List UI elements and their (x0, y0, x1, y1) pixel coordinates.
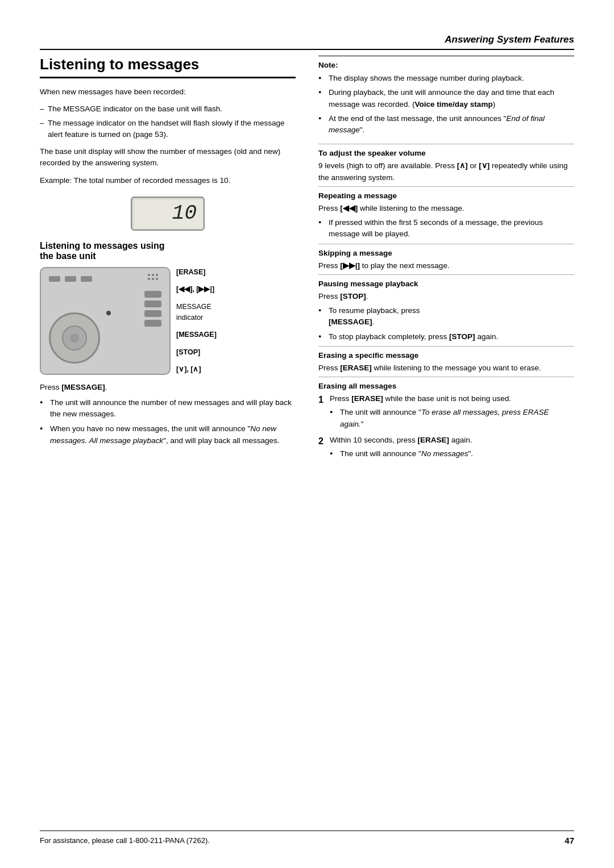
erase-all-step-1: 1 Press [ERASE] while the base unit is n… (318, 393, 574, 430)
page-header: Answering System Features (40, 34, 574, 50)
page: Answering System Features Listening to m… (0, 0, 614, 868)
label-message-indicator: MESSAGEindicator (176, 302, 217, 323)
skip-message-text: Press [▶▶|] to play the next message. (318, 260, 574, 272)
repeat-message-title: Repeating a message (318, 191, 574, 200)
bullet-item: The message indicator on the handset wil… (40, 118, 296, 141)
header-title: Answering System Features (445, 34, 574, 45)
note-label: Note: (318, 61, 574, 69)
left-column: Listening to messages When new messages … (40, 56, 296, 464)
pause-bullet-2: To stop playback completely, press [STOP… (318, 331, 574, 343)
label-stop: [STOP] (176, 347, 217, 358)
speaker-volume-text: 9 levels (high to off) are available. Pr… (318, 160, 574, 183)
erase-all-section: Erasing all messages 1 Press [ERASE] whi… (318, 377, 574, 460)
footer-text: For assistance, please call 1-800-211-PA… (40, 836, 210, 845)
display-example-text: Example: The total number of recorded me… (40, 175, 296, 186)
label-skip-repeat: [◀◀], [▶▶|] (176, 284, 217, 295)
skip-message-section: Skipping a message Press [▶▶|] to play t… (318, 244, 574, 272)
erase-all-step-2: 2 Within 10 seconds, press [ERASE] again… (318, 435, 574, 460)
display-number: 10 (172, 202, 197, 225)
note-item-2: During playback, the unit will announce … (318, 87, 574, 110)
note-item-3: At the end of the last message, the unit… (318, 113, 574, 136)
speaker-volume-section: To adjust the speaker volume 9 levels (h… (318, 144, 574, 183)
repeat-message-text: Press [◀◀] while listening to the messag… (318, 203, 574, 214)
repeat-message-section: Repeating a message Press [◀◀] while lis… (318, 186, 574, 240)
speaker-volume-title: To adjust the speaker volume (318, 149, 574, 157)
device-diagram-area: [ERASE] [◀◀], [▶▶|] MESSAGEindicator [ME… (40, 267, 296, 375)
diagram-labels: [ERASE] [◀◀], [▶▶|] MESSAGEindicator [ME… (176, 267, 217, 375)
repeat-message-list: If pressed within the first 5 seconds of… (318, 217, 574, 240)
bullet-item: The MESSAGE indicator on the base unit w… (40, 103, 296, 115)
erase-specific-title: Erasing a specific message (318, 351, 574, 360)
erase-specific-text: Press [ERASE] while listening to the mes… (318, 362, 574, 374)
section-title: Listening to messages (40, 56, 296, 78)
erase-specific-section: Erasing a specific message Press [ERASE]… (318, 346, 574, 374)
pause-playback-text: Press [STOP]. (318, 291, 574, 302)
label-erase: [ERASE] (176, 267, 217, 278)
repeat-message-bullet: If pressed within the first 5 seconds of… (318, 217, 574, 240)
right-column: Note: The display shows the message numb… (318, 56, 574, 464)
page-footer: For assistance, please call 1-800-211-PA… (40, 831, 574, 845)
pause-playback-title: Pausing message playback (318, 279, 574, 288)
bullet-new-messages: The unit will announce the number of new… (40, 397, 296, 420)
erase-all-list: 1 Press [ERASE] while the base unit is n… (318, 393, 574, 460)
content-area: Listening to messages When new messages … (40, 56, 574, 464)
pause-playback-list: To resume playback, press[MESSAGE]. To s… (318, 305, 574, 343)
page-number: 47 (565, 836, 574, 845)
intro-paragraph: When new messages have been recorded: (40, 86, 296, 98)
pause-bullet-1: To resume playback, press[MESSAGE]. (318, 305, 574, 328)
note-item-1: The display shows the message number dur… (318, 73, 574, 84)
skip-message-title: Skipping a message (318, 249, 574, 257)
device-diagram (40, 267, 171, 375)
after-press-bullets: The unit will announce the number of new… (40, 397, 296, 446)
note-list: The display shows the message number dur… (318, 73, 574, 136)
display-example: 10 (40, 197, 296, 231)
bullet-no-new-messages: When you have no new messages, the unit … (40, 423, 296, 446)
display-box: 10 (131, 197, 205, 231)
label-vol: [∨], [∧] (176, 364, 217, 375)
press-message: Press [MESSAGE]. (40, 383, 296, 391)
label-message: [MESSAGE] (176, 329, 217, 340)
display-paragraph: The base unit display will show the numb… (40, 146, 296, 169)
erase-all-title: Erasing all messages (318, 382, 574, 390)
note-box: Note: The display shows the message numb… (318, 56, 574, 136)
pause-playback-section: Pausing message playback Press [STOP]. T… (318, 274, 574, 343)
subsection-title: Listening to messages usingthe base unit (40, 241, 296, 261)
intro-bullets: The MESSAGE indicator on the base unit w… (40, 103, 296, 140)
